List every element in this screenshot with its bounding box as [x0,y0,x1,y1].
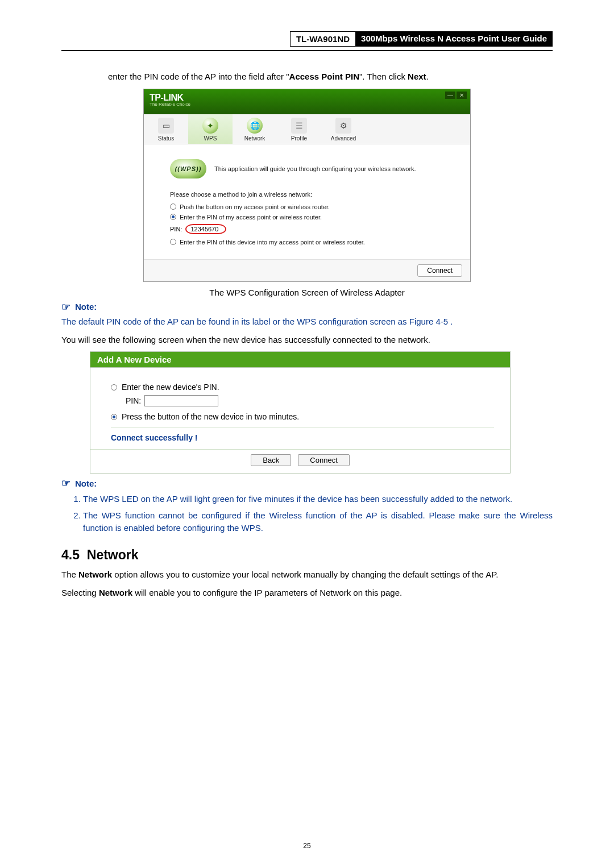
radio-press-button[interactable]: Press the button of the new device in tw… [111,412,494,421]
add-device-panel: Add A New Device Enter the new device's … [90,351,511,474]
hand-icon: ☞ [61,477,70,489]
hand-icon: ☞ [61,301,70,313]
status-icon: ▭ [158,118,174,134]
section-heading: 4.5 Network [61,547,553,563]
doc-title: 300Mbps Wireless N Access Point User Gui… [355,31,553,47]
section-paragraph-1: The Network option allows you to customi… [61,568,553,581]
profile-icon: ☰ [291,118,307,134]
note-heading-1: ☞ Note: [61,301,553,313]
radio-push-button[interactable]: Push the button on my access point or wi… [170,203,453,210]
intro-paragraph: enter the PIN code of the AP into the fi… [61,70,553,83]
pin-input-row: PIN: 12345670 [170,224,453,234]
minimize-icon[interactable]: — [445,92,455,99]
connect-button[interactable]: Connect [417,264,462,277]
pin-label: PIN: [126,396,141,405]
app2-button-row: Back Connect [90,450,510,473]
radio-icon [170,203,176,210]
section-paragraph-2: Selecting Network will enable you to con… [61,587,553,599]
post-note-paragraph: You will see the following screen when t… [61,334,553,346]
app1-tabs: ▭ Status ✦ WPS 🌐 Network ☰ Profile ⚙ Adv… [144,114,470,144]
page-number: 25 [0,842,614,850]
wps-description: This application will guide you through … [214,165,416,172]
app2-body: Enter the new device's PIN. PIN: Press t… [90,368,510,449]
window-buttons: — ✕ [445,92,467,99]
choose-method-label: Please choose a method to join a wireles… [170,191,453,198]
tab-advanced[interactable]: ⚙ Advanced [321,114,366,144]
wps-icon: ✦ [202,118,218,134]
pin-input[interactable]: 12345670 [185,224,226,234]
radio-icon [111,414,117,420]
header-rule [61,50,553,51]
app1-titlebar: TP-LINK The Reliable Choice — ✕ [144,89,470,114]
radio-enter-device-pin[interactable]: Enter the PIN of this device into my acc… [170,239,453,246]
app1-footer: Connect [144,259,470,281]
network-icon: 🌐 [247,118,263,134]
wps-adapter-window: TP-LINK The Reliable Choice — ✕ ▭ Status… [143,89,471,282]
back-button[interactable]: Back [251,454,291,466]
doc-header: TL-WA901ND 300Mbps Wireless N Access Poi… [61,31,553,47]
model-label: TL-WA901ND [290,31,355,47]
connect-success-label: Connect successfully ! [111,433,494,445]
app1-body: ((WPS)) This application will guide you … [144,144,470,259]
advanced-icon: ⚙ [335,118,351,134]
radio-icon [170,239,176,245]
note-item: The WPS LED on the AP will light green f… [83,493,553,506]
note-2-list: The WPS LED on the AP will light green f… [61,493,553,535]
app2-pin-row: PIN: [126,395,494,406]
radio-enter-new-pin[interactable]: Enter the new device's PIN. [111,383,494,392]
tab-profile[interactable]: ☰ Profile [277,114,321,144]
note-item: The WPS function cannot be configured if… [83,509,553,535]
divider [111,427,494,427]
figure-caption-1: The WPS Configuration Screen of Wireless… [61,288,553,297]
tab-wps[interactable]: ✦ WPS [188,114,233,144]
app2-pin-input[interactable] [144,395,218,406]
tab-network[interactable]: 🌐 Network [233,114,277,144]
close-icon[interactable]: ✕ [457,92,467,99]
note-1-body: The default PIN code of the AP can be fo… [61,315,553,328]
tab-status[interactable]: ▭ Status [144,114,188,144]
wps-badge-icon: ((WPS)) [170,159,206,178]
tplink-tagline: The Reliable Choice [150,102,464,107]
radio-enter-ap-pin[interactable]: Enter the PIN of my access point or wire… [170,214,453,221]
radio-icon [111,384,117,391]
pin-label: PIN: [170,226,182,232]
app2-title: Add A New Device [90,352,510,368]
note-heading-2: ☞ Note: [61,477,553,489]
connect-button[interactable]: Connect [298,454,349,466]
radio-icon [170,214,176,220]
